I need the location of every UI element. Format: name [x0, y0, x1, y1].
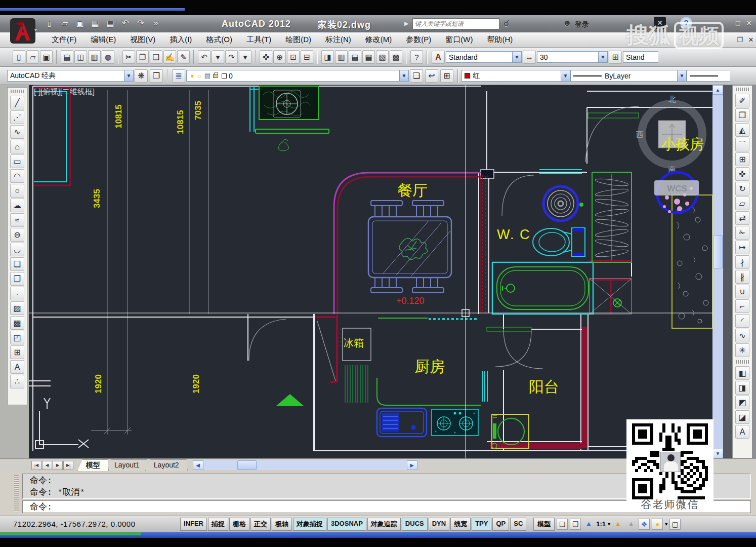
color-dropdown[interactable]: 红 ▼ — [461, 70, 570, 82]
print-preview-icon[interactable]: ◫ — [74, 50, 87, 64]
mirror-icon[interactable]: ◭ — [735, 123, 749, 137]
annotation-scale-icon[interactable]: ▲ — [583, 519, 594, 530]
search-icon[interactable]: ☌ — [503, 18, 509, 29]
layout-icon[interactable]: ❏ — [557, 519, 568, 530]
status-toggle-ducs[interactable]: DUCS — [402, 518, 428, 531]
open-file-icon[interactable]: ▱ — [26, 50, 39, 64]
zoom-window-icon[interactable]: ⊡ — [287, 50, 300, 64]
pan-icon[interactable]: ✜ — [260, 50, 272, 64]
bring-above-objects-icon[interactable]: ◩ — [735, 396, 749, 409]
spline-icon[interactable]: ≈ — [10, 213, 24, 227]
gradient-icon[interactable]: ▩ — [10, 316, 24, 330]
text-style-dropdown[interactable]: Standard ▼ — [446, 51, 522, 63]
layer-freeze-sun-icon[interactable]: ☼ — [196, 72, 202, 80]
workspace-settings-icon[interactable]: ❋ — [135, 69, 148, 83]
dim-style-icon[interactable]: ↔ — [523, 51, 536, 64]
toolbar-grip[interactable] — [736, 88, 749, 91]
scroll-left-icon[interactable]: ◀ — [193, 460, 203, 470]
linetype-dropdown[interactable]: ByLayer ▼ — [570, 70, 687, 82]
status-toggle-infer[interactable]: INFER — [180, 518, 207, 531]
status-toggle-otrack[interactable]: 对象追踪 — [367, 518, 401, 531]
help-icon[interactable]: ? — [410, 50, 423, 64]
revision-cloud-icon[interactable]: ☁ — [10, 199, 24, 212]
drawing-canvas[interactable]: 北 西 南 WCS — [29, 85, 712, 458]
restore-button[interactable]: □ — [733, 18, 743, 28]
make-object-layer-current-icon[interactable]: ❏ — [410, 69, 423, 83]
toolbar-grip[interactable] — [736, 360, 749, 364]
chevron-down-icon[interactable]: ▼ — [561, 70, 570, 81]
canvas-vertical-scrollbar[interactable]: ▲ ▼ — [712, 85, 723, 458]
infocenter-arrow-icon[interactable]: ▶ — [404, 20, 408, 27]
menu-item-9[interactable]: 参数(P) — [399, 33, 438, 47]
text-style-icon[interactable]: A — [432, 51, 445, 64]
new-file-icon[interactable]: ▯ — [13, 50, 25, 64]
scroll-down-icon[interactable]: ▼ — [712, 449, 723, 458]
tab-nav-button-2[interactable]: ▶ — [53, 461, 63, 470]
table-style-icon[interactable]: ⊞ — [609, 51, 622, 64]
layer-on-bulb-icon[interactable]: ● — [190, 72, 194, 80]
menu-item-3[interactable]: 插入(I) — [162, 33, 199, 47]
layer-dropdown[interactable]: ● ☼ ▤ 0 ▼ — [186, 70, 409, 82]
erase-icon[interactable]: ✐ — [735, 94, 749, 107]
scrollbar-thumb[interactable] — [237, 460, 257, 470]
model-space-button[interactable]: 模型 — [533, 518, 555, 531]
chevron-down-icon[interactable]: ▼ — [124, 70, 133, 81]
layout-tab-0[interactable]: 模型 — [77, 459, 109, 471]
scroll-right-icon[interactable]: ▶ — [407, 460, 417, 470]
viewcube-west[interactable]: 西 — [636, 130, 644, 139]
ellipse-icon[interactable]: ⊖ — [10, 228, 24, 242]
layout-tab-1[interactable]: Layout1 — [106, 459, 148, 471]
status-toggle-ortho[interactable]: 正交 — [250, 518, 271, 531]
designcenter-icon[interactable]: ▥ — [335, 50, 348, 64]
create-block-icon[interactable]: ❒ — [10, 272, 24, 286]
offset-icon[interactable]: ⌒ — [735, 138, 749, 151]
hatch-icon[interactable]: ▨ — [10, 301, 24, 315]
tab-nav-button-0[interactable]: |◀ — [31, 461, 41, 470]
annotation-visibility-icon[interactable]: ▲ — [625, 519, 637, 530]
copy-icon[interactable]: ❐ — [735, 108, 749, 122]
viewcube[interactable]: 北 西 南 — [636, 95, 703, 173]
command-panel-grip[interactable] — [14, 475, 19, 512]
quickcalc-icon[interactable]: ▩ — [390, 50, 402, 64]
match-properties-icon[interactable]: ✍ — [163, 50, 176, 64]
canvas-horizontal-scrollbar[interactable]: ◀ ▶ — [193, 460, 415, 470]
status-toggle-dyn[interactable]: DYN — [429, 518, 449, 531]
print-icon[interactable]: ▤ — [104, 17, 116, 29]
new-file-icon[interactable]: ▯ — [44, 17, 56, 29]
menu-item-1[interactable]: 编辑(E) — [83, 33, 123, 47]
save-as-icon[interactable]: ▦ — [89, 17, 101, 29]
lineweight-dropdown[interactable] — [687, 70, 730, 82]
status-toggle-sc[interactable]: SC — [510, 518, 526, 531]
table-icon[interactable]: ⊞ — [10, 345, 24, 359]
menu-item-6[interactable]: 绘图(D) — [278, 33, 318, 47]
zoom-previous-icon[interactable]: ⊟ — [301, 50, 313, 64]
status-toggle-3dosnap[interactable]: 3DOSNAP — [327, 518, 366, 531]
table-style-dropdown[interactable]: Stand — [623, 51, 658, 63]
paste-icon[interactable]: ❑ — [150, 50, 162, 64]
fillet-icon[interactable]: ◜ — [735, 314, 749, 328]
workspace-frame-icon[interactable]: ❐ — [150, 69, 163, 83]
undo-dropdown-icon[interactable]: ▾ — [212, 50, 224, 64]
menu-item-11[interactable]: 帮助(H) — [480, 33, 520, 47]
publish-icon[interactable]: ◍ — [102, 50, 114, 64]
scroll-up-icon[interactable]: ▲ — [712, 85, 723, 95]
zoom-realtime-icon[interactable]: ⊕ — [273, 50, 286, 64]
chevron-down-icon[interactable]: ▼ — [677, 70, 686, 81]
break-icon[interactable]: ∦ — [735, 270, 749, 284]
polyline-icon[interactable]: ∿ — [10, 125, 24, 139]
video-close-icon[interactable]: ✕ — [654, 17, 666, 29]
layer-plot-icon[interactable]: ▤ — [204, 72, 211, 80]
tab-nav-button-3[interactable]: ▶| — [63, 461, 73, 470]
infocenter-search-input[interactable] — [412, 18, 499, 29]
region-icon[interactable]: ◰ — [10, 331, 24, 344]
blend-curves-icon[interactable]: ∿ — [735, 329, 749, 342]
workspace-dropdown[interactable]: AutoCAD 经典 ▼ — [7, 70, 134, 82]
move-icon[interactable]: ✜ — [735, 167, 749, 181]
send-under-objects-icon[interactable]: ◪ — [735, 410, 749, 424]
cut-icon[interactable]: ✂ — [122, 50, 135, 64]
status-toggle-qp[interactable]: QP — [492, 518, 509, 531]
doc-restore-button[interactable]: ❐ — [735, 35, 745, 45]
sheet-set-manager-icon[interactable]: ▦ — [362, 50, 375, 64]
rectangle-icon[interactable]: ▭ — [10, 154, 24, 168]
menu-item-5[interactable]: 工具(T) — [239, 33, 278, 47]
